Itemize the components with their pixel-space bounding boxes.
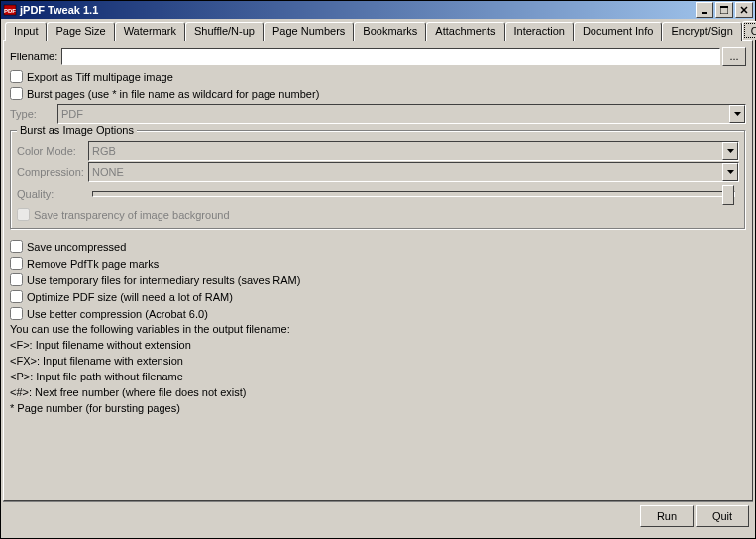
svg-marker-8: [727, 149, 734, 153]
minimize-button[interactable]: [696, 2, 713, 18]
export-tiff-label: Export as Tiff multipage image: [27, 71, 173, 83]
export-tiff-checkbox[interactable]: Export as Tiff multipage image: [10, 70, 746, 83]
help-line: <FX>: Input filename with extension: [10, 354, 746, 370]
tab-input[interactable]: Input: [5, 22, 47, 41]
chevron-down-icon: [722, 142, 738, 160]
output-panel: Filename: ... Export as Tiff multipage i…: [3, 40, 753, 501]
save-uncompressed-label: Save uncompressed: [27, 241, 126, 253]
color-mode-select[interactable]: RGB: [88, 141, 739, 161]
burst-image-options-legend: Burst as Image Options: [17, 124, 137, 136]
color-mode-label: Color Mode:: [17, 145, 88, 157]
svg-text:PDF: PDF: [4, 8, 16, 14]
tab-page-numbers[interactable]: Page Numbers: [264, 22, 354, 41]
help-line: <#>: Next free number (where file does n…: [10, 385, 746, 401]
type-row: Type: PDF: [10, 104, 746, 124]
help-line: * Page number (for bursting pages): [10, 401, 746, 417]
burst-image-options-group: Burst as Image Options Color Mode: RGB C…: [10, 130, 746, 230]
svg-rect-4: [720, 6, 728, 8]
color-mode-value: RGB: [92, 145, 116, 157]
tab-watermark[interactable]: Watermark: [115, 22, 185, 41]
close-button[interactable]: [735, 2, 753, 18]
quality-row: Quality:: [17, 188, 739, 200]
titlebar: PDF jPDF Tweak 1.1: [1, 1, 755, 19]
tab-document-info[interactable]: Document Info: [574, 22, 663, 41]
save-transparency-checkbox[interactable]: Save transparency of image background: [17, 208, 739, 221]
slider-thumb[interactable]: [722, 185, 734, 205]
tab-strip: Input Page Size Watermark Shuffle/N-up P…: [3, 21, 753, 40]
filename-row: Filename: ...: [10, 47, 746, 66]
filename-input[interactable]: [61, 48, 720, 65]
svg-marker-7: [734, 112, 741, 116]
chevron-down-icon: [722, 163, 738, 181]
maximize-button[interactable]: [715, 2, 733, 18]
save-transparency-label: Save transparency of image background: [34, 209, 230, 221]
tab-bookmarks[interactable]: Bookmarks: [354, 22, 426, 41]
app-window: PDF jPDF Tweak 1.1 Input Page Size Water…: [0, 0, 756, 539]
filename-label: Filename:: [10, 51, 61, 62]
use-temp-label: Use temporary files for intermediary res…: [27, 274, 300, 286]
help-line: <F>: Input filename without extension: [10, 338, 746, 354]
optimize-label: Optimize PDF size (will need a lot of RA…: [27, 291, 233, 303]
window-title: jPDF Tweak 1.1: [20, 4, 696, 16]
better-compression-label: Use better compression (Acrobat 6.0): [27, 308, 208, 320]
quality-slider[interactable]: [92, 191, 735, 197]
remove-pdftk-checkbox[interactable]: Remove PdfTk page marks: [10, 257, 746, 270]
compression-label: Compression:: [17, 166, 88, 178]
color-mode-row: Color Mode: RGB: [17, 141, 739, 161]
type-value: PDF: [61, 108, 83, 120]
tab-encrypt-sign[interactable]: Encrypt/Sign: [662, 22, 741, 41]
svg-rect-2: [702, 12, 707, 14]
tab-shuffle[interactable]: Shuffle/N-up: [185, 22, 264, 41]
compression-value: NONE: [92, 166, 124, 178]
help-line: <P>: Input file path without filename: [10, 370, 746, 385]
help-line: You can use the following variables in t…: [10, 322, 746, 338]
type-select[interactable]: PDF: [57, 104, 746, 124]
tab-attachments[interactable]: Attachments: [426, 22, 504, 41]
quality-label: Quality:: [17, 188, 88, 200]
run-button[interactable]: Run: [640, 505, 694, 527]
better-compression-checkbox[interactable]: Use better compression (Acrobat 6.0): [10, 307, 746, 320]
optimize-checkbox[interactable]: Optimize PDF size (will need a lot of RA…: [10, 290, 746, 303]
tab-output[interactable]: Output: [742, 21, 756, 40]
tab-interaction[interactable]: Interaction: [505, 22, 574, 41]
svg-marker-9: [727, 170, 734, 174]
remove-pdftk-label: Remove PdfTk page marks: [27, 258, 159, 270]
save-uncompressed-checkbox[interactable]: Save uncompressed: [10, 240, 746, 253]
use-temp-checkbox[interactable]: Use temporary files for intermediary res…: [10, 273, 746, 286]
client-area: Input Page Size Watermark Shuffle/N-up P…: [1, 19, 755, 538]
bottom-bar: Run Quit: [3, 501, 753, 536]
tab-page-size[interactable]: Page Size: [47, 22, 114, 41]
burst-pages-checkbox[interactable]: Burst pages (use * in file name as wildc…: [10, 87, 746, 100]
compression-select[interactable]: NONE: [88, 162, 739, 182]
compression-row: Compression: NONE: [17, 162, 739, 182]
burst-pages-label: Burst pages (use * in file name as wildc…: [27, 88, 319, 100]
quit-button[interactable]: Quit: [696, 505, 749, 527]
app-icon: PDF: [3, 3, 17, 17]
browse-button[interactable]: ...: [722, 47, 746, 66]
chevron-down-icon: [729, 105, 745, 123]
type-label: Type:: [10, 108, 57, 120]
help-text: You can use the following variables in t…: [10, 322, 746, 417]
